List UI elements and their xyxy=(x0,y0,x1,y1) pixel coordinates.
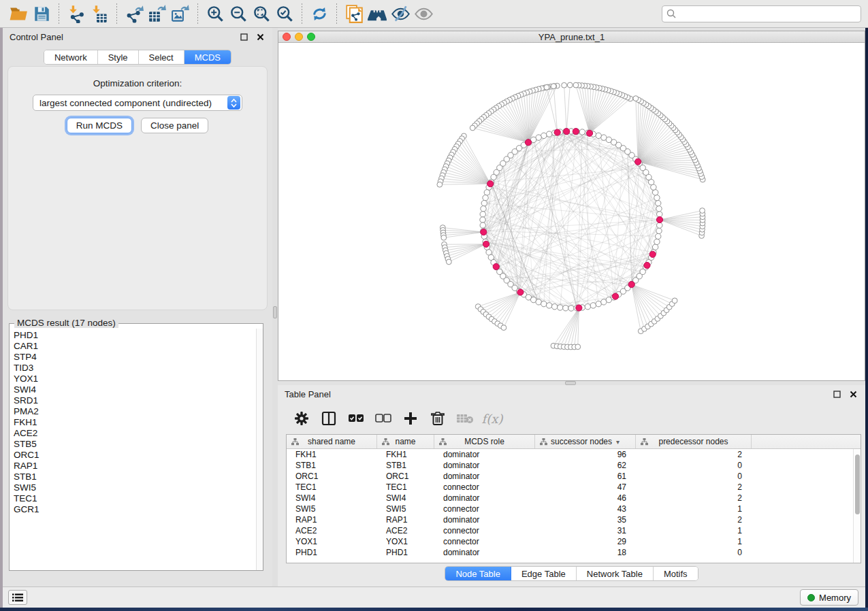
table-row[interactable]: PHD1PHD1dominator180 xyxy=(287,547,853,558)
cell-predecessor_nodes[interactable]: 2 xyxy=(636,514,752,525)
export-table-icon[interactable] xyxy=(146,3,169,24)
tab-network-table[interactable]: Network Table xyxy=(577,567,654,580)
cell-shared_name[interactable]: FKH1 xyxy=(287,449,377,460)
column-header-name[interactable]: name xyxy=(377,435,434,448)
table-row[interactable]: YOX1YOX1connector291 xyxy=(287,536,853,547)
mcds-result-scrollbar[interactable] xyxy=(256,329,263,570)
cell-mcds_role[interactable]: dominator xyxy=(434,547,535,558)
cell-mcds_role[interactable]: connector xyxy=(434,482,535,493)
cell-predecessor_nodes[interactable]: 1 xyxy=(636,525,752,536)
mcds-result-item[interactable]: FKH1 xyxy=(10,417,256,428)
cell-predecessor_nodes[interactable]: 0 xyxy=(636,471,752,482)
cell-predecessor_nodes[interactable]: 0 xyxy=(636,460,752,471)
mcds-result-item[interactable]: PMA2 xyxy=(10,406,256,417)
cell-predecessor_nodes[interactable]: 0 xyxy=(636,547,752,558)
cell-mcds_role[interactable]: dominator xyxy=(434,471,535,482)
binoculars-icon[interactable] xyxy=(366,3,389,24)
hide-graphics-details-icon[interactable] xyxy=(389,3,412,24)
vertical-splitter-handle[interactable] xyxy=(273,306,277,318)
zoom-in-icon[interactable] xyxy=(204,3,227,24)
tab-mcds[interactable]: MCDS xyxy=(184,50,231,64)
tab-edge-table[interactable]: Edge Table xyxy=(511,567,577,580)
cell-name[interactable]: PHD1 xyxy=(377,547,434,558)
cell-mcds_role[interactable]: dominator xyxy=(434,493,535,503)
open-session-icon[interactable] xyxy=(7,3,30,24)
cell-shared_name[interactable]: STB1 xyxy=(287,460,377,471)
table-row[interactable]: FKH1FKH1dominator962 xyxy=(287,449,853,460)
columns-icon[interactable] xyxy=(320,410,338,427)
cell-shared_name[interactable]: ACE2 xyxy=(287,525,377,536)
show-graphics-details-icon[interactable] xyxy=(412,3,435,24)
node-table-body[interactable]: FKH1FKH1dominator962STB1STB1dominator620… xyxy=(287,449,853,563)
cell-successor_nodes[interactable]: 31 xyxy=(535,525,636,536)
cell-name[interactable]: ORC1 xyxy=(377,471,434,482)
tab-select[interactable]: Select xyxy=(139,50,184,64)
float-panel-icon[interactable] xyxy=(831,389,842,399)
cell-name[interactable]: RAP1 xyxy=(377,514,434,525)
mcds-result-item[interactable]: RAP1 xyxy=(10,461,256,472)
mcds-result-item[interactable]: CAR1 xyxy=(10,341,256,352)
cell-successor_nodes[interactable]: 46 xyxy=(535,493,636,503)
import-network-icon[interactable] xyxy=(65,3,88,24)
cell-name[interactable]: SWI5 xyxy=(377,503,434,514)
deselect-all-icon[interactable] xyxy=(374,410,392,427)
cell-successor_nodes[interactable]: 29 xyxy=(535,536,636,547)
mcds-result-item[interactable]: TEC1 xyxy=(10,493,256,504)
new-network-from-selection-icon[interactable] xyxy=(342,3,366,24)
table-row[interactable]: SWI5SWI5connector431 xyxy=(287,503,853,514)
search-field[interactable] xyxy=(662,5,861,22)
table-row[interactable]: RAP1RAP1dominator352 xyxy=(287,514,853,525)
search-input[interactable] xyxy=(662,5,861,22)
save-session-icon[interactable] xyxy=(30,3,53,24)
table-row[interactable]: ACE2ACE2connector311 xyxy=(287,525,853,536)
mcds-result-item[interactable]: PHD1 xyxy=(10,330,256,341)
cell-shared_name[interactable]: ORC1 xyxy=(287,471,377,482)
cell-mcds_role[interactable]: connector xyxy=(434,536,535,547)
table-scrollbar[interactable] xyxy=(853,449,861,563)
select-all-icon[interactable] xyxy=(347,410,365,427)
network-canvas[interactable] xyxy=(278,43,865,380)
mcds-result-item[interactable]: GCR1 xyxy=(10,504,256,515)
cell-name[interactable]: SWI4 xyxy=(377,493,434,503)
cell-successor_nodes[interactable]: 96 xyxy=(535,449,636,460)
task-history-button[interactable] xyxy=(8,590,27,605)
column-header-successor-nodes[interactable]: successor nodes▾ xyxy=(535,435,636,448)
memory-button[interactable]: Memory xyxy=(800,589,858,606)
network-graph[interactable] xyxy=(278,43,865,380)
cell-predecessor_nodes[interactable]: 2 xyxy=(636,482,752,493)
cell-shared_name[interactable]: SWI5 xyxy=(287,503,377,514)
mcds-result-item[interactable]: ACE2 xyxy=(10,428,256,439)
cell-successor_nodes[interactable]: 35 xyxy=(535,514,636,525)
mcds-result-list[interactable]: PHD1CAR1STP4TID3YOX1SWI4SRD1PMA2FKH1ACE2… xyxy=(10,329,256,570)
mcds-result-item[interactable]: SWI4 xyxy=(10,384,256,395)
export-image-icon[interactable] xyxy=(169,3,192,24)
column-header-MCDS-role[interactable]: MCDS role xyxy=(434,435,535,448)
cell-predecessor_nodes[interactable]: 1 xyxy=(636,503,752,514)
cell-predecessor_nodes[interactable]: 2 xyxy=(636,493,752,503)
cell-shared_name[interactable]: PHD1 xyxy=(287,547,377,558)
cell-predecessor_nodes[interactable]: 1 xyxy=(636,536,752,547)
float-panel-icon[interactable] xyxy=(238,31,249,42)
zoom-fit-icon[interactable] xyxy=(250,3,273,24)
table-row[interactable]: TEC1TEC1connector472 xyxy=(287,482,853,493)
add-column-icon[interactable] xyxy=(402,410,419,427)
tab-style[interactable]: Style xyxy=(98,50,139,64)
mcds-result-item[interactable]: ORC1 xyxy=(10,450,256,461)
cell-successor_nodes[interactable]: 61 xyxy=(535,471,636,482)
cell-mcds_role[interactable]: connector xyxy=(434,503,535,514)
cell-shared_name[interactable]: TEC1 xyxy=(287,482,377,493)
cell-shared_name[interactable]: SWI4 xyxy=(287,493,377,503)
cell-successor_nodes[interactable]: 18 xyxy=(535,547,636,558)
run-mcds-button[interactable]: Run MCDS xyxy=(67,118,132,133)
cell-successor_nodes[interactable]: 43 xyxy=(535,503,636,514)
tab-node-table[interactable]: Node Table xyxy=(445,567,511,580)
cell-successor_nodes[interactable]: 47 xyxy=(535,482,636,493)
mcds-result-item[interactable]: STB1 xyxy=(10,472,256,482)
mcds-result-item[interactable]: YOX1 xyxy=(10,374,256,384)
tab-network[interactable]: Network xyxy=(44,50,98,64)
mcds-result-item[interactable]: SWI5 xyxy=(10,482,256,493)
cell-name[interactable]: STB1 xyxy=(377,460,434,471)
zoom-selected-icon[interactable] xyxy=(273,3,296,24)
column-header-shared-name[interactable]: shared name xyxy=(287,435,377,448)
close-panel-icon[interactable] xyxy=(255,31,266,42)
